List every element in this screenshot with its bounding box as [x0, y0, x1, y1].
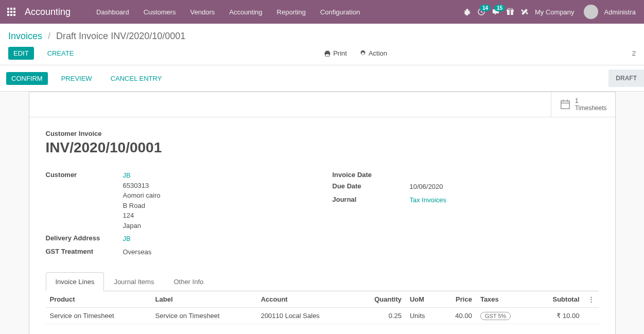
apps-icon[interactable]	[4, 5, 19, 19]
tabs: Invoice Lines Journal Items Other Info	[46, 272, 599, 291]
cancel-entry-button[interactable]: CANCEL ENTRY	[106, 72, 167, 85]
breadcrumb-root[interactable]: Invoices	[8, 31, 42, 41]
delivery-link[interactable]: JB	[123, 235, 131, 242]
doc-subtitle: Customer Invoice	[46, 130, 599, 137]
pager[interactable]: 2	[632, 49, 636, 57]
status-badge: DRAFT	[608, 69, 644, 87]
statusbar: CONFIRM PREVIEW CANCEL ENTRY DRAFT	[0, 65, 644, 92]
svg-rect-1	[10, 8, 12, 10]
svg-rect-4	[10, 11, 12, 13]
tax-pill: GST 5%	[480, 312, 511, 320]
tab-other-info[interactable]: Other Info	[164, 272, 213, 291]
th-label: Label	[151, 291, 257, 308]
due-date-label: Due Date	[333, 182, 410, 192]
th-price: Price	[440, 291, 476, 308]
svg-rect-17	[326, 54, 329, 56]
svg-rect-2	[13, 8, 15, 10]
addr-line: Japan	[123, 222, 141, 230]
customer-link[interactable]: JB	[123, 171, 131, 179]
doc-title: INV/2020/10/0001	[46, 139, 599, 156]
gift-icon[interactable]	[506, 8, 514, 16]
preview-button[interactable]: PREVIEW	[56, 72, 97, 85]
addr-line: B Road	[123, 202, 145, 209]
due-date-value: 10/06/2020	[410, 182, 599, 192]
control-panel: Invoices / Draft Invoice INV/2020/10/000…	[0, 24, 644, 65]
print-button[interactable]: Print	[324, 49, 347, 57]
tab-journal-items[interactable]: Journal Items	[104, 272, 164, 291]
button-box: 1 Timesheets	[29, 92, 615, 117]
gear-icon	[359, 50, 367, 57]
cell-taxes: GST 5%	[476, 308, 533, 324]
journal-link[interactable]: Tax Invoices	[410, 196, 447, 204]
th-taxes: Taxes	[476, 291, 533, 308]
messages-badge: 15	[494, 5, 505, 11]
form-sheet: 1 Timesheets Customer Invoice INV/2020/1…	[29, 92, 616, 334]
menu-reporting[interactable]: Reporting	[270, 1, 313, 23]
timesheets-stat-button[interactable]: 1 Timesheets	[551, 92, 615, 117]
invoice-lines-table: Product Label Account Quantity UoM Price…	[46, 291, 599, 324]
user-name[interactable]: Administra	[604, 8, 636, 16]
action-button[interactable]: Action	[359, 49, 387, 57]
menu-dashboard[interactable]: Dashboard	[89, 1, 136, 23]
svg-rect-5	[13, 11, 15, 13]
invoice-date-value	[410, 170, 599, 179]
table-row[interactable]: Service on Timesheet Service on Timeshee…	[46, 308, 599, 324]
debug-icon[interactable]	[463, 8, 471, 16]
breadcrumb-sep: /	[48, 31, 50, 41]
menu-accounting[interactable]: Accounting	[222, 1, 269, 23]
th-product: Product	[46, 291, 151, 308]
customer-label: Customer	[46, 170, 123, 231]
invoice-date-label: Invoice Date	[333, 170, 410, 179]
tab-invoice-lines[interactable]: Invoice Lines	[46, 272, 105, 291]
menu-configuration[interactable]: Configuration	[313, 1, 367, 23]
avatar[interactable]	[584, 5, 598, 19]
gst-value: Overseas	[123, 247, 312, 257]
cell-account: 200110 Local Sales	[257, 308, 354, 324]
app-title[interactable]: Accounting	[25, 7, 71, 17]
topbar: Accounting Dashboard Customers Vendors A…	[0, 0, 644, 24]
tools-icon[interactable]	[520, 8, 529, 16]
gst-label: GST Treatment	[46, 247, 123, 257]
th-account: Account	[257, 291, 354, 308]
messages-icon[interactable]: 15	[492, 8, 500, 16]
svg-rect-7	[10, 14, 12, 16]
svg-rect-8	[13, 14, 15, 16]
company-switcher[interactable]: My Company	[535, 8, 575, 16]
create-button[interactable]: CREATE	[42, 47, 79, 60]
systray: 14 15 My Company Administra	[463, 5, 640, 19]
menu-vendors[interactable]: Vendors	[183, 1, 222, 23]
addr-line: 6530313	[123, 182, 149, 189]
cell-subtotal: ₹ 10.00	[533, 308, 584, 324]
stat-count: 1	[575, 97, 607, 104]
breadcrumb-current: Draft Invoice INV/2020/10/0001	[56, 31, 185, 41]
activities-icon[interactable]: 14	[477, 8, 485, 16]
main-menu: Dashboard Customers Vendors Accounting R…	[89, 1, 463, 23]
cell-label: Service on Timesheet	[151, 308, 257, 324]
kebab-icon[interactable]: ⋮	[588, 295, 595, 303]
th-qty: Quantity	[354, 291, 406, 308]
th-subtotal: Subtotal	[533, 291, 584, 308]
svg-rect-12	[510, 10, 511, 15]
delivery-label: Delivery Address	[46, 234, 123, 244]
stat-label: Timesheets	[575, 104, 607, 112]
th-uom: UoM	[406, 291, 440, 308]
svg-rect-18	[561, 101, 570, 109]
calendar-icon	[560, 99, 571, 110]
journal-label: Journal	[333, 195, 410, 205]
svg-rect-15	[326, 50, 329, 52]
breadcrumb: Invoices / Draft Invoice INV/2020/10/000…	[0, 24, 644, 46]
confirm-button[interactable]: CONFIRM	[6, 72, 48, 85]
cell-uom: Units	[406, 308, 440, 324]
activities-badge: 14	[480, 5, 491, 11]
cell-product: Service on Timesheet	[46, 308, 151, 324]
svg-rect-6	[7, 14, 9, 16]
cell-qty: 0.25	[354, 308, 406, 324]
print-icon	[324, 50, 331, 57]
edit-button[interactable]: EDIT	[8, 47, 34, 60]
cell-price: 40.00	[440, 308, 476, 324]
svg-rect-3	[7, 11, 9, 13]
menu-customers[interactable]: Customers	[136, 1, 183, 23]
svg-rect-0	[7, 8, 9, 10]
addr-line: Aomori cairo	[123, 191, 161, 199]
addr-line: 124	[123, 212, 134, 219]
